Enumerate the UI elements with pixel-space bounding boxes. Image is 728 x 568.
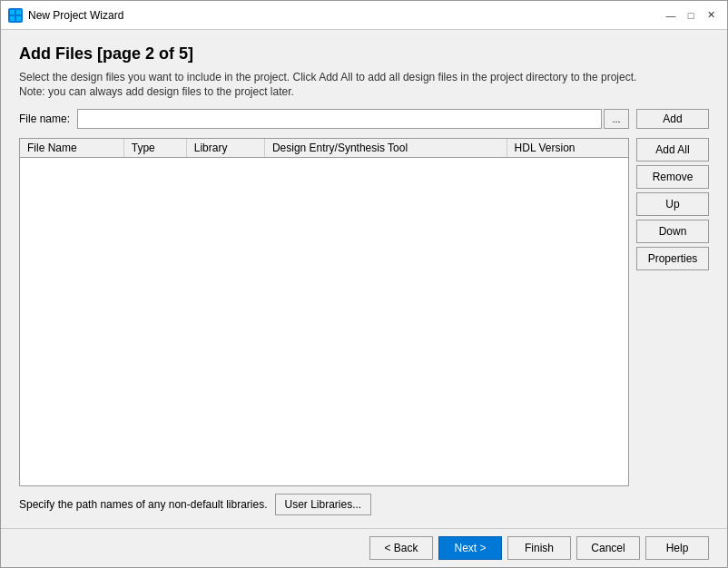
window: New Project Wizard ― □ ✕ Add Files [page… — [0, 0, 728, 568]
title-bar-text: New Project Wizard — [28, 9, 662, 22]
title-bar: New Project Wizard ― □ ✕ — [1, 1, 727, 30]
properties-button[interactable]: Properties — [636, 247, 709, 270]
main-area: File Name Type Library Design Entry/Synt… — [19, 138, 709, 486]
file-table: File Name Type Library Design Entry/Synt… — [20, 139, 628, 158]
file-name-row: File name: ... Add — [19, 109, 709, 129]
content-area: Add Files [page 2 of 5] Select the desig… — [1, 30, 727, 528]
side-buttons: Add All Remove Up Down Properties — [636, 138, 709, 486]
note-text: Note: you can always add design files to… — [19, 85, 709, 98]
back-button[interactable]: < Back — [369, 536, 433, 560]
down-button[interactable]: Down — [636, 220, 709, 243]
remove-button[interactable]: Remove — [636, 165, 709, 189]
footer: < Back Next > Finish Cancel Help — [1, 528, 727, 567]
svg-rect-0 — [10, 10, 15, 15]
svg-rect-3 — [16, 16, 21, 21]
user-libraries-button[interactable]: User Libraries... — [275, 494, 372, 515]
minimize-button[interactable]: ― — [662, 6, 680, 24]
file-table-container: File Name Type Library Design Entry/Synt… — [19, 138, 629, 486]
bottom-note: Specify the path names of any non-defaul… — [19, 486, 709, 519]
col-header-type: Type — [123, 139, 186, 158]
close-button[interactable]: ✕ — [702, 6, 720, 24]
finish-button[interactable]: Finish — [507, 536, 571, 560]
file-name-input[interactable] — [77, 109, 602, 129]
next-button[interactable]: Next > — [438, 536, 502, 560]
col-header-hdl: HDL Version — [507, 139, 628, 158]
file-name-label: File name: — [19, 113, 70, 125]
col-header-filename: File Name — [20, 139, 123, 158]
cancel-button[interactable]: Cancel — [576, 536, 640, 560]
add-all-button[interactable]: Add All — [636, 138, 709, 162]
page-title: Add Files [page 2 of 5] — [19, 44, 709, 64]
add-button-top[interactable]: Add — [636, 109, 709, 129]
browse-button[interactable]: ... — [604, 109, 629, 129]
svg-rect-2 — [10, 16, 15, 21]
bottom-note-text: Specify the path names of any non-defaul… — [19, 498, 268, 511]
col-header-library: Library — [186, 139, 264, 158]
svg-rect-1 — [16, 10, 21, 15]
help-button[interactable]: Help — [645, 536, 709, 560]
title-bar-controls: ― □ ✕ — [662, 6, 720, 24]
up-button[interactable]: Up — [636, 192, 709, 216]
col-header-tool: Design Entry/Synthesis Tool — [264, 139, 507, 158]
maximize-button[interactable]: □ — [682, 6, 700, 24]
description-text: Select the design files you want to incl… — [19, 71, 709, 83]
app-icon — [8, 8, 23, 23]
